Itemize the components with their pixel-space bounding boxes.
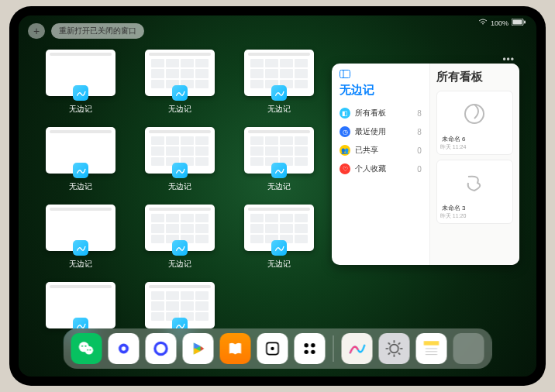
freeform-icon [271, 85, 287, 101]
svg-point-23 [304, 350, 308, 354]
board-sketch [440, 163, 509, 202]
category-count: 8 [417, 109, 422, 118]
window-thumb[interactable]: 无边记 [40, 50, 121, 115]
battery-text: 100% [491, 19, 508, 27]
svg-point-9 [84, 346, 86, 347]
svg-point-5 [465, 105, 484, 123]
window-label: 无边记 [168, 104, 191, 115]
dock-app-notes[interactable] [416, 333, 447, 364]
window-thumb[interactable]: 无边记 [40, 205, 121, 270]
dock-app-play[interactable] [183, 333, 214, 364]
dock-separator [333, 335, 334, 362]
dock-app-dice[interactable] [257, 333, 288, 364]
category-label: 已共享 [355, 145, 378, 156]
board-card[interactable]: 未命名 3 昨天 11:20 [436, 160, 513, 224]
board-name: 未命名 6 [440, 133, 509, 143]
svg-point-25 [390, 345, 398, 353]
board-date: 昨天 11:24 [440, 143, 509, 151]
board-date: 昨天 11:20 [440, 212, 509, 220]
svg-point-22 [311, 343, 315, 347]
dock-app-quark[interactable] [146, 333, 177, 364]
status-bar: 100% [478, 19, 526, 27]
window-thumb[interactable]: 无边记 [239, 50, 319, 115]
topbar: + 重新打开已关闭的窗口 [28, 23, 144, 39]
window-thumb[interactable]: 无边记 [140, 127, 220, 192]
window-label: 无边记 [267, 259, 291, 270]
category-count: 0 [417, 165, 422, 174]
dock-app-wechat[interactable] [71, 333, 102, 364]
dock-app-books[interactable] [220, 333, 251, 364]
svg-line-33 [388, 352, 390, 354]
svg-point-7 [84, 346, 93, 355]
window-thumb[interactable]: 无边记 [239, 205, 319, 270]
dock-app-library[interactable] [453, 333, 484, 364]
svg-rect-1 [513, 20, 522, 25]
svg-point-10 [87, 349, 88, 351]
svg-line-32 [398, 342, 400, 344]
board-sketch [440, 95, 509, 133]
wifi-icon [478, 19, 488, 27]
svg-point-11 [90, 349, 91, 351]
freeform-icon [73, 163, 88, 178]
freeform-icon [73, 85, 88, 101]
category-count: 8 [417, 128, 422, 136]
window-label: 无边记 [69, 104, 92, 115]
category-shared[interactable]: 👥 已共享 0 [340, 141, 422, 160]
category-all-boards[interactable]: ◧ 所有看板 8 [340, 104, 422, 122]
freeform-icon [172, 163, 188, 178]
battery-icon [512, 19, 526, 27]
panel-content: 所有看板 未命名 6 昨天 11:24 未命名 3 昨天 11:20 [429, 64, 519, 265]
category-icon: ◧ [340, 108, 350, 119]
window-label: 无边记 [267, 104, 291, 115]
svg-point-13 [122, 346, 126, 350]
svg-rect-3 [340, 70, 350, 78]
svg-line-31 [398, 352, 400, 354]
svg-point-20 [271, 347, 274, 350]
freeform-icon [271, 240, 287, 256]
freeform-panel[interactable]: 无边记 ◧ 所有看板 8 ◷ 最近使用 8 👥 已共享 0 ♡ [332, 64, 519, 265]
svg-point-8 [81, 346, 83, 347]
window-label: 无边记 [168, 259, 191, 270]
reopen-closed-window-button[interactable]: 重新打开已关闭的窗口 [51, 23, 144, 39]
category-label: 个人收藏 [355, 163, 386, 174]
window-thumb[interactable]: 无边记 [40, 127, 121, 192]
freeform-icon [172, 85, 188, 101]
dock-app-quark-hd[interactable] [109, 333, 140, 364]
screen: 100% + 重新打开已关闭的窗口 无边记 无边记 无边记 [19, 15, 536, 377]
ipad-frame: 100% + 重新打开已关闭的窗口 无边记 无边记 无边记 [9, 6, 546, 386]
board-name: 未命名 3 [440, 202, 509, 212]
svg-point-14 [155, 342, 167, 354]
freeform-icon [73, 240, 88, 256]
app-switcher-grid: 无边记 无边记 无边记 无边记 无边记 无边记 [40, 50, 319, 347]
category-icon: ♡ [340, 163, 350, 174]
category-label: 最近使用 [355, 126, 386, 137]
dock-app-freeform[interactable] [342, 333, 373, 364]
svg-rect-2 [524, 21, 526, 24]
panel-sidebar: 无边记 ◧ 所有看板 8 ◷ 最近使用 8 👥 已共享 0 ♡ [332, 64, 429, 265]
board-card[interactable]: 未命名 6 昨天 11:24 [436, 91, 513, 155]
window-thumb[interactable]: 无边记 [140, 205, 220, 270]
category-recent[interactable]: ◷ 最近使用 8 [340, 122, 422, 141]
window-label: 无边记 [69, 259, 92, 270]
window-thumb[interactable]: 无边记 [140, 50, 220, 115]
freeform-icon [172, 240, 188, 256]
window-label: 无边记 [69, 181, 92, 192]
category-favorites[interactable]: ♡ 个人收藏 0 [340, 160, 422, 178]
category-label: 所有看板 [355, 108, 386, 119]
category-icon: 👥 [340, 145, 350, 156]
category-count: 0 [417, 146, 422, 155]
svg-point-21 [304, 343, 308, 347]
window-thumb[interactable]: 无边记 [239, 127, 319, 192]
dock-app-dots[interactable] [295, 333, 326, 364]
category-icon: ◷ [340, 126, 350, 137]
svg-marker-18 [201, 346, 204, 352]
dock-app-settings[interactable] [379, 333, 410, 364]
new-window-button[interactable]: + [28, 23, 45, 39]
panel-right-title: 所有看板 [436, 70, 513, 84]
dock [64, 328, 492, 369]
svg-line-30 [388, 342, 390, 344]
panel-left-title: 无边记 [340, 83, 422, 98]
svg-point-24 [311, 350, 315, 354]
window-label: 无边记 [168, 181, 191, 192]
sidebar-toggle-icon[interactable] [340, 70, 422, 80]
